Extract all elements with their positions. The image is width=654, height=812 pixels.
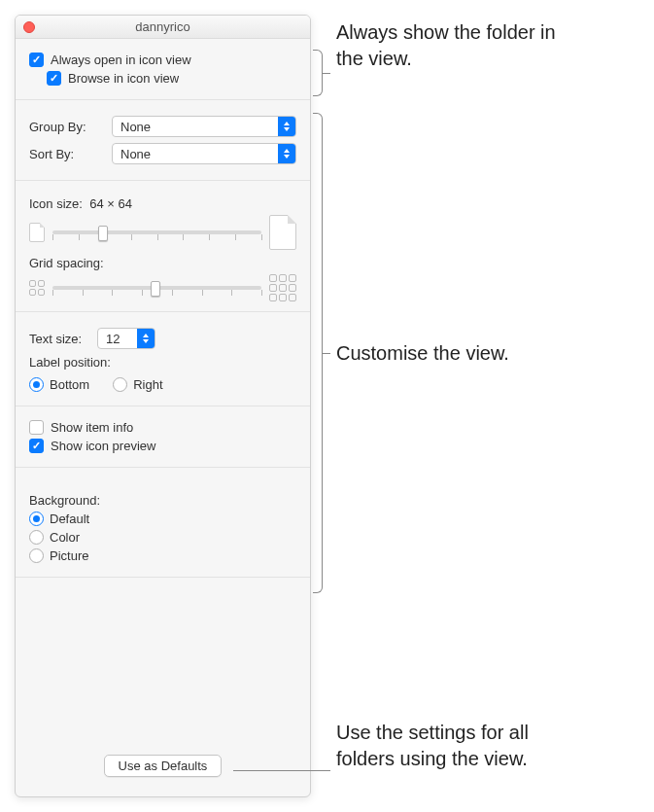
browse-checkbox[interactable]	[47, 71, 61, 86]
file-icon-large	[269, 215, 296, 250]
bracket-mid	[313, 113, 323, 593]
section-background: Background: Default Color Picture	[16, 468, 310, 578]
section-sort: Group By: None Sort By: None	[16, 100, 310, 181]
label-pos-bottom-label: Bottom	[50, 377, 89, 392]
show-icon-preview-label: Show icon preview	[51, 439, 155, 453]
leader-mid	[323, 353, 330, 354]
group-by-label: Group By:	[29, 120, 112, 134]
titlebar: dannyrico	[16, 16, 310, 39]
bg-color-radio[interactable]	[29, 530, 44, 545]
label-position-label: Label position:	[29, 355, 296, 370]
group-by-value: None	[120, 120, 151, 134]
callout-top: Always show the folder in the view.	[336, 19, 569, 72]
text-size-value: 12	[106, 332, 120, 346]
leader-top	[323, 73, 330, 74]
bg-default-label: Default	[50, 512, 89, 526]
bg-color-label: Color	[50, 530, 80, 545]
grid-spacing-label: Grid spacing:	[29, 256, 296, 270]
background-label: Background:	[29, 493, 296, 508]
section-show: Show item info Show icon preview	[16, 406, 310, 468]
group-by-select[interactable]: None	[112, 116, 296, 137]
browse-label: Browse in icon view	[68, 71, 179, 86]
text-size-select[interactable]: 12	[97, 328, 155, 349]
label-pos-right-label: Right	[133, 377, 162, 392]
callout-bottom: Use the settings for all folders using t…	[336, 720, 569, 772]
use-as-defaults-button[interactable]: Use as Defaults	[104, 755, 223, 777]
sort-by-select[interactable]: None	[112, 143, 296, 164]
bracket-top	[313, 50, 323, 96]
sort-by-value: None	[120, 147, 151, 161]
section-icon-size: Icon size: 64 × 64 Grid spacing:	[16, 181, 310, 312]
sort-by-label: Sort By:	[29, 147, 112, 161]
show-icon-preview-checkbox[interactable]	[29, 439, 44, 453]
grid-spacing-slider[interactable]	[52, 286, 261, 290]
footer: Use as Defaults	[16, 755, 310, 777]
label-pos-right-radio[interactable]	[113, 377, 127, 392]
grid-icon-small	[29, 280, 45, 296]
icon-size-value: 64 × 64	[89, 196, 132, 211]
view-options-panel: dannyrico Always open in icon view Brows…	[15, 15, 311, 797]
bg-default-radio[interactable]	[29, 512, 44, 526]
callout-mid: Customise the view.	[336, 340, 509, 367]
window-title: dannyrico	[16, 19, 310, 34]
show-item-info-label: Show item info	[51, 420, 133, 435]
chevron-updown-icon	[278, 117, 295, 136]
chevron-updown-icon	[137, 329, 155, 348]
section-always-open: Always open in icon view Browse in icon …	[16, 39, 310, 100]
icon-size-slider[interactable]	[52, 230, 261, 234]
use-as-defaults-label: Use as Defaults	[119, 759, 208, 773]
leader-bottom	[233, 770, 330, 771]
grid-icon-large	[269, 274, 296, 301]
section-text: Text size: 12 Label position: Bottom Rig…	[16, 312, 310, 406]
bg-picture-label: Picture	[50, 548, 88, 563]
always-open-checkbox[interactable]	[29, 53, 44, 67]
chevron-updown-icon	[278, 144, 295, 163]
always-open-label: Always open in icon view	[51, 53, 191, 67]
icon-size-label: Icon size:	[29, 196, 83, 211]
bg-picture-radio[interactable]	[29, 548, 44, 563]
text-size-label: Text size:	[29, 332, 97, 346]
show-item-info-checkbox[interactable]	[29, 420, 44, 435]
label-pos-bottom-radio[interactable]	[29, 377, 44, 392]
file-icon-small	[29, 223, 45, 242]
